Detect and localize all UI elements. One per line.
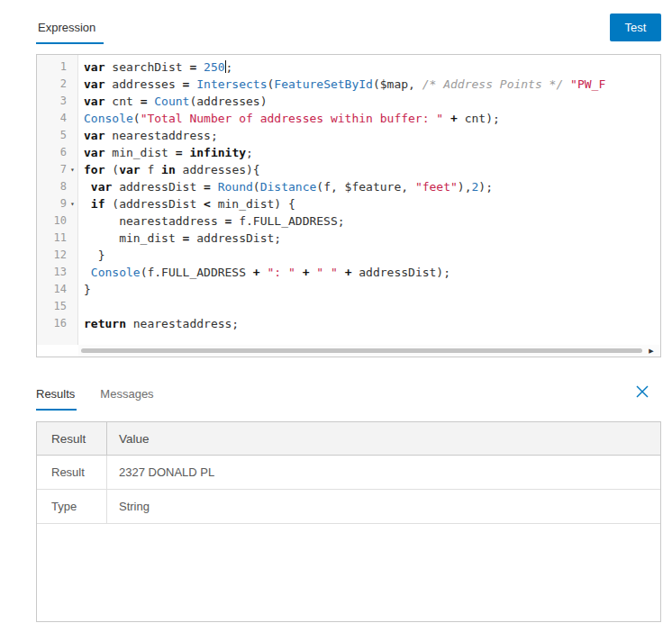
- fold-arrow-icon[interactable]: ▾: [67, 195, 78, 212]
- code-token: +: [253, 266, 260, 279]
- code-token: f: [141, 163, 161, 176]
- code-token: addressDist: [112, 180, 204, 194]
- results-table: Result Value Result2327 DONALD PLTypeStr…: [36, 421, 661, 622]
- code-line-text: [78, 298, 84, 315]
- code-token: ),: [458, 180, 472, 194]
- scroll-right-arrow-icon[interactable]: ▶: [645, 345, 658, 357]
- column-header-value: Value: [107, 422, 660, 455]
- code-line[interactable]: 6var min_dist = infinity;: [37, 144, 660, 161]
- table-row: Result2327 DONALD PL: [37, 456, 660, 490]
- code-line[interactable]: 5var nearestaddress;: [37, 127, 660, 144]
- code-line[interactable]: 2var addresses = Intersects(FeatureSetBy…: [37, 76, 660, 93]
- code-line[interactable]: 15: [37, 298, 660, 315]
- code-line-text: var min_dist = infinity;: [78, 144, 253, 161]
- code-token: Console: [91, 266, 141, 279]
- code-token: nearestaddress: [84, 214, 225, 228]
- code-line-text: return nearestaddress;: [78, 315, 239, 332]
- code-token: in: [161, 163, 176, 176]
- code-line[interactable]: 7▾for (var f in addresses){: [37, 161, 660, 178]
- code-line-text: Console("Total Number of addresses withi…: [78, 110, 500, 127]
- code-token: (addresses): [189, 95, 267, 108]
- code-token: [84, 180, 91, 194]
- code-token: var: [91, 180, 112, 194]
- close-icon[interactable]: [635, 384, 649, 399]
- code-token: FeatureSetById: [274, 77, 373, 91]
- code-token: var: [84, 60, 104, 74]
- column-header-result: Result: [37, 422, 107, 455]
- code-line[interactable]: 10 nearestaddress = f.FULL_ADDRESS;: [37, 212, 660, 230]
- line-number: 6: [37, 144, 67, 161]
- line-number: 5: [37, 127, 67, 144]
- tab-expression[interactable]: Expression: [36, 21, 104, 44]
- code-token: [338, 266, 345, 279]
- line-number: 8: [37, 178, 67, 195]
- table-body: Result2327 DONALD PLTypeString: [37, 456, 660, 524]
- code-token: [563, 77, 570, 91]
- line-number: 16: [37, 315, 67, 332]
- code-token: (f, $feature,: [316, 180, 415, 194]
- fold-spacer: [67, 247, 78, 264]
- code-token: (: [253, 180, 260, 194]
- code-line-text: min_dist = addressDist;: [78, 230, 281, 247]
- code-token: ($map,: [373, 77, 422, 91]
- code-line[interactable]: 1var searchDist = 250;: [37, 59, 660, 76]
- fold-spacer: [67, 93, 78, 110]
- code-line[interactable]: 16return nearestaddress;: [37, 315, 660, 332]
- code-token: cnt: [104, 95, 140, 108]
- code-token: var: [84, 146, 104, 159]
- code-token: =: [204, 180, 211, 194]
- code-line[interactable]: 12 }: [37, 247, 660, 264]
- code-token: [196, 60, 204, 74]
- code-line[interactable]: 9▾ if (addressDist < min_dist) {: [37, 195, 660, 212]
- code-line[interactable]: 13 Console(f.FULL_ADDRESS + ": " + " " +…: [37, 264, 660, 281]
- code-token: );: [478, 180, 493, 194]
- fold-spacer: [67, 59, 78, 76]
- code-token: }: [84, 248, 104, 262]
- code-line[interactable]: 4Console("Total Number of addresses with…: [37, 110, 660, 127]
- line-number: 4: [37, 110, 67, 127]
- tab-messages[interactable]: Messages: [100, 387, 155, 411]
- code-token: nearestaddress;: [126, 317, 239, 330]
- code-line-text: for (var f in addresses){: [78, 161, 260, 178]
- scrollbar-thumb[interactable]: [81, 348, 642, 353]
- code-line-text: var cnt = Count(addresses): [78, 93, 268, 110]
- code-token: infinity: [189, 146, 246, 159]
- code-token: if: [91, 197, 105, 211]
- code-line[interactable]: 3var cnt = Count(addresses): [37, 93, 660, 110]
- code-line-text: Console(f.FULL_ADDRESS + ": " + " " + ad…: [78, 264, 450, 281]
- line-number: 1: [37, 59, 67, 76]
- table-row: TypeString: [37, 490, 660, 524]
- code-token: "feet": [415, 180, 458, 194]
- fold-spacer: [67, 76, 78, 93]
- code-token: Round: [218, 180, 253, 194]
- code-token: min_dist: [104, 146, 175, 159]
- line-number: 14: [37, 281, 67, 298]
- line-number: 12: [37, 247, 67, 264]
- code-token: (f.FULL_ADDRESS: [141, 266, 253, 279]
- code-token: min_dist) {: [211, 197, 295, 211]
- code-lines[interactable]: 1var searchDist = 250;2var addresses = I…: [37, 59, 660, 332]
- code-token: return: [84, 317, 126, 330]
- code-token: for: [84, 163, 104, 176]
- code-token: addresses){: [176, 163, 260, 176]
- horizontal-scrollbar[interactable]: ▶: [78, 345, 660, 357]
- code-token: <: [204, 197, 211, 211]
- code-token: 250: [204, 60, 224, 74]
- fold-spacer: [67, 315, 78, 332]
- tab-results[interactable]: Results: [36, 387, 77, 411]
- code-line[interactable]: 14}: [37, 281, 660, 298]
- code-token: [443, 112, 450, 125]
- arcade-expression-panel: Expression Test 1var searchDist = 250;2v…: [0, 0, 672, 623]
- fold-spacer: [67, 298, 78, 315]
- code-line[interactable]: 11 min_dist = addressDist;: [37, 230, 660, 247]
- code-editor[interactable]: 1var searchDist = 250;2var addresses = I…: [36, 54, 661, 357]
- fold-arrow-icon[interactable]: ▾: [67, 161, 78, 178]
- code-token: Console: [84, 112, 133, 125]
- code-line[interactable]: 8 var addressDist = Round(Distance(f, $f…: [37, 178, 660, 195]
- result-value-cell: String: [107, 490, 660, 523]
- code-token: addressDist;: [189, 231, 281, 245]
- line-number: 9: [37, 195, 67, 212]
- test-button[interactable]: Test: [610, 14, 661, 41]
- code-token: Count: [154, 95, 189, 108]
- code-token: ;: [226, 60, 233, 74]
